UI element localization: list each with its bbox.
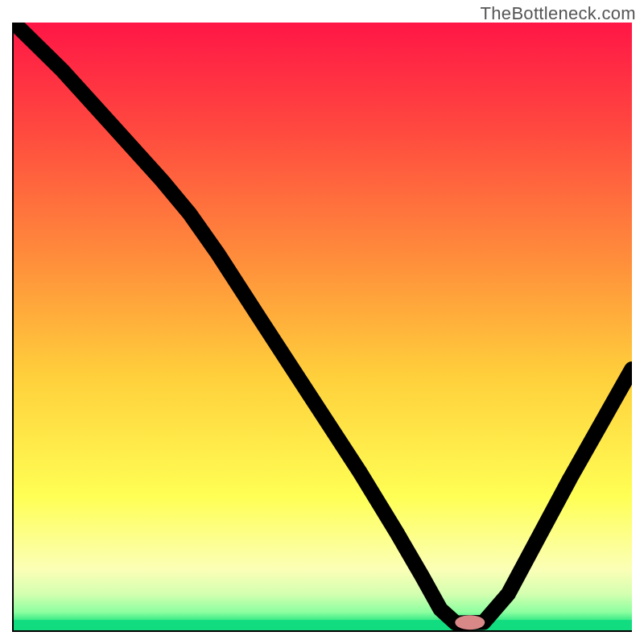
optimal-point-marker bbox=[455, 615, 485, 630]
baseline-stripe bbox=[14, 620, 632, 630]
chart-container: TheBottleneck.com bbox=[0, 0, 644, 644]
plot-svg bbox=[14, 23, 632, 630]
plot-area bbox=[12, 23, 632, 632]
watermark-text: TheBottleneck.com bbox=[481, 3, 636, 24]
